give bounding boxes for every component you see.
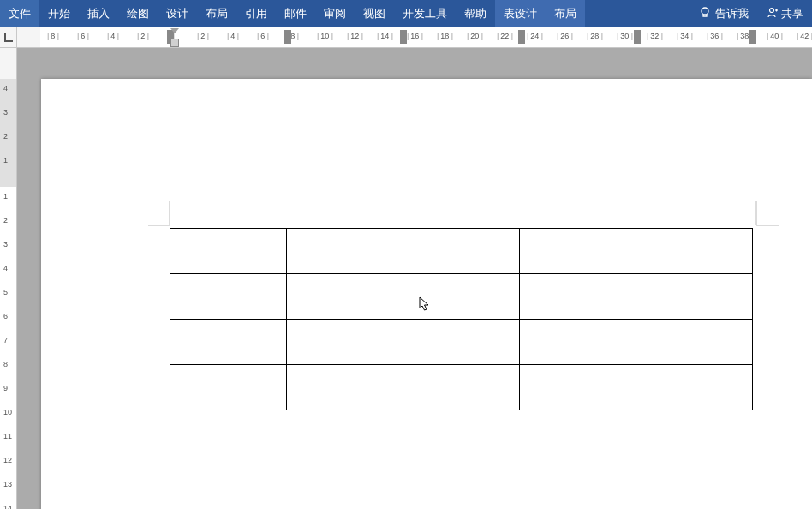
table-row[interactable] — [170, 229, 753, 274]
table-cell[interactable] — [287, 229, 403, 274]
table-cell[interactable] — [520, 229, 636, 274]
vruler-tick: 4 — [3, 264, 8, 272]
vruler-tick: 2 — [3, 132, 8, 141]
table-cell[interactable] — [170, 320, 287, 365]
hruler-tick: 2 — [137, 32, 149, 40]
tab-table-design[interactable]: 表设计 — [495, 0, 546, 27]
column-marker[interactable] — [634, 30, 641, 44]
hruler-tick: 24 — [527, 32, 543, 40]
tab-view[interactable]: 视图 — [355, 0, 394, 27]
vruler-tick: 6 — [3, 312, 8, 320]
tab-design[interactable]: 设计 — [158, 0, 197, 27]
table-cell[interactable] — [170, 229, 287, 274]
ribbon-right: 告诉我 共享 — [690, 0, 812, 27]
hruler-tick: 32 — [647, 32, 663, 40]
vruler-tick: 1 — [3, 192, 8, 201]
vertical-ruler[interactable]: 4321123456789101112131415 — [0, 48, 17, 509]
tabstop-selector[interactable] — [0, 27, 17, 48]
hruler-tick: 12 — [347, 32, 363, 40]
tab-draw[interactable]: 绘图 — [118, 0, 158, 27]
vruler-tick: 14 — [3, 504, 12, 509]
tab-mailings[interactable]: 邮件 — [276, 0, 315, 27]
table-cell[interactable] — [636, 320, 753, 365]
share-icon — [766, 7, 778, 21]
table-cell[interactable] — [520, 320, 636, 365]
hruler-track: 8642246810121416182022242628303234363840… — [40, 27, 812, 47]
table-row[interactable] — [170, 274, 753, 320]
tab-review[interactable]: 审阅 — [315, 0, 355, 27]
vruler-tick: 9 — [3, 384, 8, 392]
tab-home[interactable]: 开始 — [39, 0, 79, 27]
ribbon-tabs: 文件 开始 插入 绘图 设计 布局 引用 邮件 审阅 视图 开发工具 帮助 表设… — [0, 0, 585, 27]
table-cell[interactable] — [287, 365, 403, 410]
document-workspace[interactable] — [17, 48, 812, 509]
table-cell[interactable] — [636, 229, 753, 274]
column-marker[interactable] — [400, 30, 407, 44]
hruler-tick: 4 — [227, 32, 239, 40]
horizontal-ruler[interactable]: 8642246810121416182022242628303234363840… — [0, 27, 812, 48]
tell-me-label: 告诉我 — [715, 6, 749, 21]
vruler-tick: 10 — [3, 408, 12, 416]
column-marker[interactable] — [284, 30, 291, 44]
tell-me-search[interactable]: 告诉我 — [690, 0, 757, 27]
table-cell[interactable] — [520, 365, 636, 410]
page[interactable] — [41, 79, 812, 509]
hruler-tick: 30 — [617, 32, 633, 40]
tab-insert[interactable]: 插入 — [79, 0, 118, 27]
column-marker[interactable] — [518, 30, 525, 44]
margin-corner-marks — [41, 201, 812, 227]
vruler-tick: 5 — [3, 288, 8, 296]
vruler-tick: 3 — [3, 108, 8, 117]
vruler-tick: 11 — [3, 432, 12, 440]
hruler-tick: 42 — [797, 32, 812, 40]
hruler-tick: 6 — [77, 32, 89, 40]
ribbon: 文件 开始 插入 绘图 设计 布局 引用 邮件 审阅 视图 开发工具 帮助 表设… — [0, 0, 812, 27]
share-button[interactable]: 共享 — [757, 0, 812, 27]
vruler-tick: 1 — [3, 156, 8, 165]
table-cell[interactable] — [520, 274, 636, 320]
svg-point-1 — [770, 8, 774, 12]
vruler-tick: 2 — [3, 216, 8, 225]
tab-layout[interactable]: 布局 — [197, 0, 236, 27]
tab-table-layout[interactable]: 布局 — [546, 0, 585, 27]
table-cell[interactable] — [403, 365, 520, 410]
table-body — [170, 229, 753, 410]
table-cell[interactable] — [403, 274, 520, 320]
table-cell[interactable] — [170, 274, 287, 320]
hruler-tick: 22 — [497, 32, 513, 40]
table-cell[interactable] — [636, 274, 753, 320]
table-cell[interactable] — [403, 229, 520, 274]
table-cell[interactable] — [636, 365, 753, 410]
table-row[interactable] — [170, 320, 753, 365]
hanging-indent-marker[interactable] — [170, 39, 179, 47]
hruler-tick: 20 — [467, 32, 483, 40]
vruler-track: 4321123456789101112131415 — [0, 79, 16, 509]
tab-help[interactable]: 帮助 — [456, 0, 495, 27]
column-marker[interactable] — [749, 30, 756, 44]
document-table[interactable] — [170, 228, 753, 410]
tab-file[interactable]: 文件 — [0, 0, 39, 27]
hruler-tick: 40 — [767, 32, 783, 40]
vruler-tick: 7 — [3, 336, 8, 344]
table-cell[interactable] — [403, 320, 520, 365]
svg-point-0 — [702, 8, 708, 15]
hruler-tick: 16 — [407, 32, 423, 40]
hruler-tick: 14 — [377, 32, 393, 40]
vruler-tick: 13 — [3, 480, 12, 488]
table-cell[interactable] — [287, 320, 403, 365]
hruler-tick: 4 — [107, 32, 119, 40]
hruler-tick: 36 — [707, 32, 723, 40]
hruler-tick: 34 — [677, 32, 693, 40]
lightbulb-icon — [699, 7, 711, 21]
vruler-tick: 12 — [3, 456, 12, 464]
tab-developer[interactable]: 开发工具 — [394, 0, 456, 27]
table-cell[interactable] — [170, 365, 287, 410]
hruler-tick: 28 — [587, 32, 603, 40]
table-cell[interactable] — [287, 274, 403, 320]
hruler-tick: 6 — [257, 32, 269, 40]
table-row[interactable] — [170, 365, 753, 410]
tab-references[interactable]: 引用 — [236, 0, 276, 27]
tabstop-l-icon — [4, 33, 13, 42]
share-label: 共享 — [781, 6, 803, 21]
hruler-tick: 26 — [557, 32, 573, 40]
